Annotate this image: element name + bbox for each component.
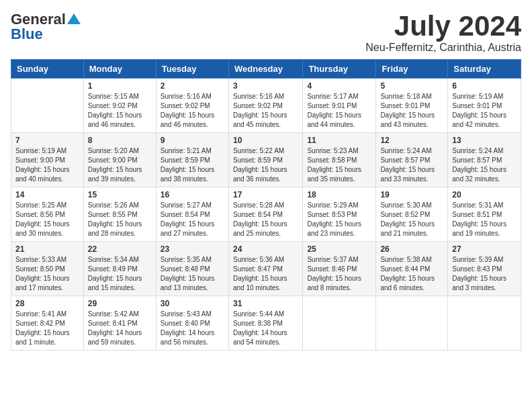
day-number: 12 bbox=[380, 136, 443, 145]
svg-marker-0 bbox=[67, 13, 81, 24]
day-info: Sunrise: 5:19 AM Sunset: 9:01 PM Dayligh… bbox=[452, 92, 517, 130]
day-cell: 13Sunrise: 5:24 AM Sunset: 8:57 PM Dayli… bbox=[448, 133, 521, 187]
week-row-1: 1Sunrise: 5:15 AM Sunset: 9:02 PM Daylig… bbox=[11, 79, 521, 133]
day-number: 24 bbox=[233, 244, 298, 254]
day-number: 10 bbox=[233, 136, 298, 145]
day-cell bbox=[303, 296, 376, 351]
logo: General Blue bbox=[11, 11, 81, 43]
day-info: Sunrise: 5:28 AM Sunset: 8:54 PM Dayligh… bbox=[233, 201, 298, 238]
day-number: 25 bbox=[307, 244, 371, 254]
day-info: Sunrise: 5:33 AM Sunset: 8:50 PM Dayligh… bbox=[15, 255, 79, 293]
day-cell: 5Sunrise: 5:18 AM Sunset: 9:01 PM Daylig… bbox=[376, 79, 448, 133]
day-info: Sunrise: 5:27 AM Sunset: 8:54 PM Dayligh… bbox=[161, 201, 224, 238]
day-info: Sunrise: 5:24 AM Sunset: 8:57 PM Dayligh… bbox=[452, 146, 517, 184]
day-number: 9 bbox=[161, 136, 224, 145]
day-cell: 29Sunrise: 5:42 AM Sunset: 8:41 PM Dayli… bbox=[83, 296, 156, 351]
column-header-monday: Monday bbox=[83, 60, 156, 79]
day-cell: 27Sunrise: 5:39 AM Sunset: 8:43 PM Dayli… bbox=[448, 242, 521, 296]
day-cell: 31Sunrise: 5:44 AM Sunset: 8:38 PM Dayli… bbox=[228, 296, 302, 351]
day-cell: 8Sunrise: 5:20 AM Sunset: 9:00 PM Daylig… bbox=[83, 133, 156, 187]
day-number: 28 bbox=[15, 299, 79, 308]
day-info: Sunrise: 5:30 AM Sunset: 8:52 PM Dayligh… bbox=[380, 201, 443, 238]
day-info: Sunrise: 5:25 AM Sunset: 8:56 PM Dayligh… bbox=[15, 201, 79, 238]
day-info: Sunrise: 5:16 AM Sunset: 9:02 PM Dayligh… bbox=[233, 92, 298, 130]
day-info: Sunrise: 5:41 AM Sunset: 8:42 PM Dayligh… bbox=[15, 310, 79, 347]
day-number: 2 bbox=[161, 81, 224, 91]
day-cell: 30Sunrise: 5:43 AM Sunset: 8:40 PM Dayli… bbox=[156, 296, 228, 351]
day-info: Sunrise: 5:42 AM Sunset: 8:41 PM Dayligh… bbox=[88, 310, 152, 347]
day-info: Sunrise: 5:19 AM Sunset: 9:00 PM Dayligh… bbox=[15, 146, 79, 184]
day-info: Sunrise: 5:37 AM Sunset: 8:46 PM Dayligh… bbox=[307, 255, 371, 293]
day-info: Sunrise: 5:43 AM Sunset: 8:40 PM Dayligh… bbox=[161, 310, 224, 347]
day-cell: 16Sunrise: 5:27 AM Sunset: 8:54 PM Dayli… bbox=[156, 187, 228, 242]
day-cell bbox=[448, 296, 521, 351]
header: General Blue July 2024 Neu-Feffernitz, C… bbox=[11, 11, 521, 54]
day-cell: 3Sunrise: 5:16 AM Sunset: 9:02 PM Daylig… bbox=[228, 79, 302, 133]
day-info: Sunrise: 5:34 AM Sunset: 8:49 PM Dayligh… bbox=[88, 255, 152, 293]
day-cell: 15Sunrise: 5:26 AM Sunset: 8:55 PM Dayli… bbox=[83, 187, 156, 242]
day-cell: 14Sunrise: 5:25 AM Sunset: 8:56 PM Dayli… bbox=[11, 187, 84, 242]
day-number: 27 bbox=[452, 244, 517, 254]
day-cell: 6Sunrise: 5:19 AM Sunset: 9:01 PM Daylig… bbox=[448, 79, 521, 133]
day-number: 22 bbox=[88, 244, 152, 254]
logo-blue: Blue bbox=[11, 26, 43, 43]
day-cell: 18Sunrise: 5:29 AM Sunset: 8:53 PM Dayli… bbox=[303, 187, 376, 242]
day-cell: 12Sunrise: 5:24 AM Sunset: 8:57 PM Dayli… bbox=[376, 133, 448, 187]
day-number: 15 bbox=[88, 190, 152, 199]
day-number: 17 bbox=[233, 190, 298, 199]
day-cell bbox=[11, 79, 84, 133]
column-header-wednesday: Wednesday bbox=[228, 60, 302, 79]
column-header-friday: Friday bbox=[376, 60, 448, 79]
week-row-5: 28Sunrise: 5:41 AM Sunset: 8:42 PM Dayli… bbox=[11, 296, 521, 351]
day-cell: 22Sunrise: 5:34 AM Sunset: 8:49 PM Dayli… bbox=[83, 242, 156, 296]
day-number: 1 bbox=[88, 81, 152, 91]
day-number: 20 bbox=[452, 190, 517, 199]
day-cell: 23Sunrise: 5:35 AM Sunset: 8:48 PM Dayli… bbox=[156, 242, 228, 296]
day-info: Sunrise: 5:39 AM Sunset: 8:43 PM Dayligh… bbox=[452, 255, 517, 293]
column-header-saturday: Saturday bbox=[448, 60, 521, 79]
day-cell: 11Sunrise: 5:23 AM Sunset: 8:58 PM Dayli… bbox=[303, 133, 376, 187]
day-cell: 20Sunrise: 5:31 AM Sunset: 8:51 PM Dayli… bbox=[448, 187, 521, 242]
day-number: 26 bbox=[380, 244, 443, 254]
day-number: 11 bbox=[307, 136, 371, 145]
day-info: Sunrise: 5:20 AM Sunset: 9:00 PM Dayligh… bbox=[88, 146, 152, 184]
day-info: Sunrise: 5:31 AM Sunset: 8:51 PM Dayligh… bbox=[452, 201, 517, 238]
day-cell: 28Sunrise: 5:41 AM Sunset: 8:42 PM Dayli… bbox=[11, 296, 84, 351]
day-cell: 1Sunrise: 5:15 AM Sunset: 9:02 PM Daylig… bbox=[83, 79, 156, 133]
day-cell: 17Sunrise: 5:28 AM Sunset: 8:54 PM Dayli… bbox=[228, 187, 302, 242]
day-cell: 25Sunrise: 5:37 AM Sunset: 8:46 PM Dayli… bbox=[303, 242, 376, 296]
day-number: 6 bbox=[452, 81, 517, 91]
day-info: Sunrise: 5:21 AM Sunset: 8:59 PM Dayligh… bbox=[161, 146, 224, 184]
title-area: July 2024 Neu-Feffernitz, Carinthia, Aus… bbox=[365, 11, 521, 54]
calendar-table: SundayMondayTuesdayWednesdayThursdayFrid… bbox=[11, 59, 521, 351]
day-number: 31 bbox=[233, 299, 298, 308]
day-info: Sunrise: 5:29 AM Sunset: 8:53 PM Dayligh… bbox=[307, 201, 371, 238]
day-number: 30 bbox=[161, 299, 224, 308]
day-cell: 7Sunrise: 5:19 AM Sunset: 9:00 PM Daylig… bbox=[11, 133, 84, 187]
day-cell: 21Sunrise: 5:33 AM Sunset: 8:50 PM Dayli… bbox=[11, 242, 84, 296]
column-header-tuesday: Tuesday bbox=[156, 60, 228, 79]
day-info: Sunrise: 5:26 AM Sunset: 8:55 PM Dayligh… bbox=[88, 201, 152, 238]
day-info: Sunrise: 5:36 AM Sunset: 8:47 PM Dayligh… bbox=[233, 255, 298, 293]
day-number: 13 bbox=[452, 136, 517, 145]
day-info: Sunrise: 5:17 AM Sunset: 9:01 PM Dayligh… bbox=[307, 92, 371, 130]
day-number: 16 bbox=[161, 190, 224, 199]
calendar-header-row: SundayMondayTuesdayWednesdayThursdayFrid… bbox=[11, 60, 521, 79]
column-header-thursday: Thursday bbox=[303, 60, 376, 79]
day-cell bbox=[376, 296, 448, 351]
day-info: Sunrise: 5:22 AM Sunset: 8:59 PM Dayligh… bbox=[233, 146, 298, 184]
day-number: 3 bbox=[233, 81, 298, 91]
day-info: Sunrise: 5:15 AM Sunset: 9:02 PM Dayligh… bbox=[88, 92, 152, 130]
day-info: Sunrise: 5:35 AM Sunset: 8:48 PM Dayligh… bbox=[161, 255, 224, 293]
week-row-3: 14Sunrise: 5:25 AM Sunset: 8:56 PM Dayli… bbox=[11, 187, 521, 242]
day-number: 29 bbox=[88, 299, 152, 308]
day-number: 14 bbox=[15, 190, 79, 199]
day-number: 4 bbox=[307, 81, 371, 91]
month-title: July 2024 bbox=[365, 11, 521, 42]
day-cell: 19Sunrise: 5:30 AM Sunset: 8:52 PM Dayli… bbox=[376, 187, 448, 242]
day-number: 7 bbox=[15, 136, 79, 145]
column-header-sunday: Sunday bbox=[11, 60, 84, 79]
day-info: Sunrise: 5:23 AM Sunset: 8:58 PM Dayligh… bbox=[307, 146, 371, 184]
day-cell: 2Sunrise: 5:16 AM Sunset: 9:02 PM Daylig… bbox=[156, 79, 228, 133]
day-number: 5 bbox=[380, 81, 443, 91]
